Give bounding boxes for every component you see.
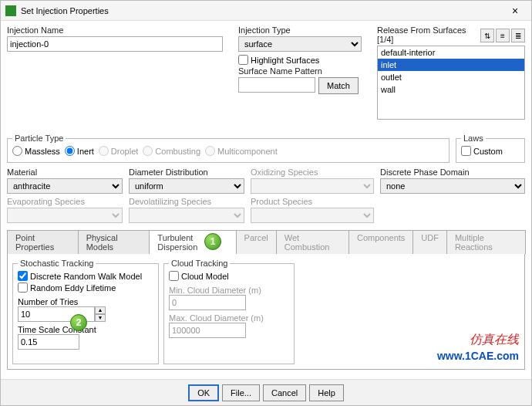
oxidizing-label: Oxidizing Species [251, 167, 374, 177]
laws-legend: Laws [461, 134, 486, 143]
radio-combusting[interactable]: Combusting [143, 146, 200, 156]
app-icon [5, 5, 16, 16]
list-item[interactable]: outlet [378, 71, 524, 83]
diameter-dist-label: Diameter Distribution [129, 167, 244, 177]
tab-point-properties[interactable]: Point Properties [7, 230, 79, 254]
tab-udf[interactable]: UDF [412, 230, 447, 254]
list-item[interactable]: inlet [378, 59, 524, 71]
injection-name-input[interactable] [7, 36, 223, 52]
list-item[interactable]: default-interior [378, 46, 524, 59]
ok-button[interactable]: OK [188, 384, 219, 401]
radio-multicomponent[interactable]: Multicomponent [205, 146, 278, 156]
select-all-icon[interactable]: ≡ [496, 29, 510, 42]
tab-parcel[interactable]: Parcel [236, 230, 277, 254]
product-select [251, 208, 374, 223]
highlight-surfaces-checkbox[interactable]: Highlight Surfaces [238, 55, 369, 65]
injection-type-label: Injection Type [238, 25, 369, 35]
annotation-marker-1: 1 [204, 233, 221, 250]
spin-down-icon[interactable]: ▼ [95, 314, 106, 322]
tab-turbulent-dispersion[interactable]: Turbulent Dispersion [149, 230, 236, 254]
tab-wet-combustion[interactable]: Wet Combustion [276, 230, 349, 254]
injection-name-label: Injection Name [7, 25, 231, 35]
material-select[interactable]: anthracite [7, 178, 123, 194]
stochastic-legend: Stochastic Tracking [18, 259, 96, 268]
max-cloud-label: Max. Cloud Diameter (m) [169, 313, 289, 323]
deselect-icon[interactable]: ≣ [511, 29, 525, 42]
help-button[interactable]: Help [309, 384, 344, 401]
radio-inert[interactable]: Inert [65, 146, 94, 156]
list-item[interactable]: wall [378, 83, 524, 96]
particle-type-legend: Particle Type [12, 134, 66, 143]
match-button[interactable]: Match [318, 77, 359, 94]
evap-select [7, 208, 123, 223]
oxidizing-select [251, 178, 374, 194]
devol-select [129, 208, 244, 223]
release-surfaces-list[interactable]: default-interior inlet outlet wall [377, 46, 525, 120]
annotation-marker-2: 2 [70, 314, 87, 331]
release-surfaces-label: Release From Surfaces [1/4] [377, 25, 473, 44]
max-cloud-input [169, 323, 246, 338]
radio-massless[interactable]: Massless [12, 146, 60, 156]
tsc-input[interactable] [18, 334, 79, 350]
window-title: Set Injection Properties [21, 6, 503, 15]
radio-droplet[interactable]: Droplet [99, 146, 138, 156]
devol-label: Devolatilizing Species [129, 197, 244, 206]
injection-type-select[interactable]: surface [238, 36, 362, 52]
close-icon[interactable]: × [503, 5, 527, 17]
custom-law-checkbox[interactable]: Custom [461, 146, 503, 156]
spin-up-icon[interactable]: ▲ [95, 306, 106, 314]
product-label: Product Species [251, 197, 374, 206]
evap-label: Evaporating Species [7, 197, 123, 206]
tab-bar: Point Properties Physical Models Turbule… [7, 229, 525, 254]
tries-label: Number of Tries [18, 297, 153, 306]
tab-physical-models[interactable]: Physical Models [78, 230, 150, 254]
drw-checkbox[interactable]: Discrete Random Walk Model [18, 271, 142, 281]
file-button[interactable]: File... [222, 384, 260, 401]
phase-domain-label: Discrete Phase Domain [380, 167, 525, 177]
min-cloud-label: Min. Cloud Diameter (m) [169, 286, 289, 295]
material-label: Material [7, 167, 123, 177]
watermark-cn: 仿真在线 [470, 332, 519, 348]
diameter-dist-select[interactable]: uniform [129, 178, 244, 194]
cloud-legend: Cloud Tracking [169, 259, 230, 268]
cancel-button[interactable]: Cancel [263, 384, 306, 401]
phase-domain-select[interactable]: none [380, 178, 525, 194]
watermark-url: www.1CAE.com [437, 350, 519, 362]
toggle-icon[interactable]: ⇅ [480, 29, 494, 42]
cloud-model-checkbox[interactable]: Cloud Model [169, 271, 229, 281]
surface-pattern-label: Surface Name Pattern [238, 66, 369, 76]
surface-pattern-input[interactable] [238, 77, 315, 93]
rel-checkbox[interactable]: Random Eddy Lifetime [18, 283, 116, 293]
tab-components[interactable]: Components [348, 230, 413, 254]
min-cloud-input [169, 295, 246, 310]
tab-multiple-reactions[interactable]: Multiple Reactions [446, 230, 526, 254]
